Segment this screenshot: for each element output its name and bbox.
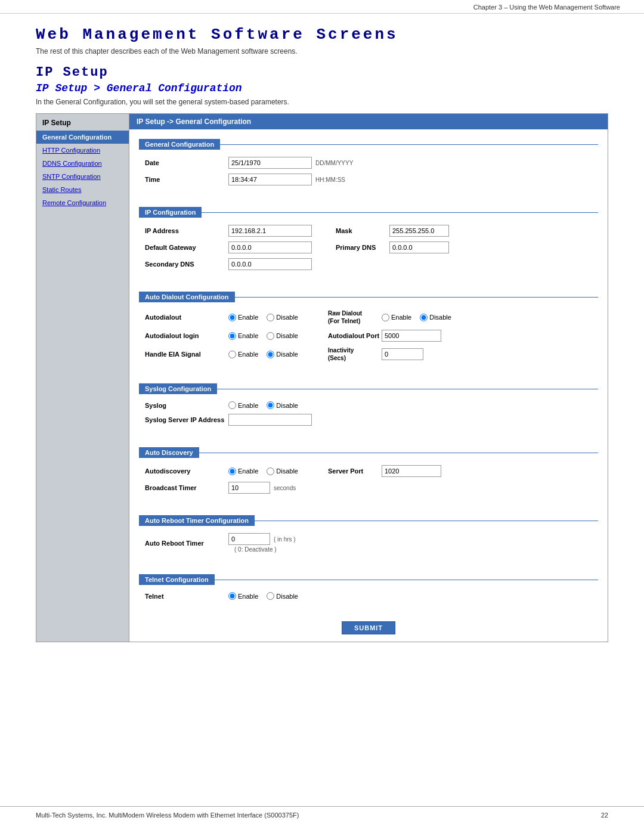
autodialout-radio-group: Enable Disable — [228, 314, 304, 321]
handle-eia-disable-label[interactable]: Disable — [267, 351, 298, 358]
raw-dialout-disable-label[interactable]: Disable — [420, 314, 451, 321]
inactivity-field: Inactivity(Secs) — [328, 346, 423, 362]
syslog-server-ip-input[interactable] — [228, 414, 312, 426]
autodialout-login-radio-group: Enable Disable — [228, 332, 304, 340]
syslog-server-ip-label: Syslog Server IP Address — [145, 416, 228, 423]
default-gateway-label: Default Gateway — [145, 244, 228, 251]
syslog-section: Syslog Configuration Syslog Enable Disab… — [129, 374, 608, 438]
autodialout-login-disable-label[interactable]: Disable — [267, 332, 298, 340]
telnet-form: Telnet Enable Disable — [139, 589, 598, 609]
autodialout-disable-radio[interactable] — [267, 314, 274, 321]
autodiscovery-disable-label[interactable]: Disable — [267, 467, 298, 475]
syslog-row: Syslog Enable Disable — [139, 401, 598, 409]
auto-reboot-form: Auto Reboot Timer ( in hrs ) ( 0: Deacti… — [139, 529, 598, 562]
syslog-label: Syslog — [145, 402, 228, 409]
telnet-row: Telnet Enable Disable — [139, 592, 598, 600]
inactivity-input[interactable] — [382, 348, 423, 360]
autodiscovery-enable-label[interactable]: Enable — [228, 467, 258, 475]
time-input[interactable] — [228, 174, 312, 185]
telnet-config-label: Telnet Configuration — [139, 574, 215, 585]
raw-dialout-field: Raw Dialout(For Telnet) Enable Disable — [328, 309, 457, 325]
mask-field: Mask — [336, 225, 449, 237]
telnet-enable-label[interactable]: Enable — [228, 592, 258, 600]
auto-discovery-label: Auto Discovery — [139, 447, 199, 458]
time-hint: HH:MM:SS — [315, 176, 345, 183]
autodialout-enable-radio[interactable] — [228, 314, 236, 321]
telnet-label: Telnet — [145, 593, 228, 600]
page-content: Web Management Software Screens The rest… — [0, 14, 644, 666]
sidebar-item-http-configuration[interactable]: HTTP Configuration — [36, 144, 129, 157]
auto-reboot-rule — [255, 521, 598, 521]
autodialout-port-input[interactable] — [382, 330, 441, 342]
autodialout-login-label: Autodialout login — [145, 332, 228, 339]
telnet-disable-label[interactable]: Disable — [267, 592, 298, 600]
submit-button[interactable]: SUBMIT — [342, 621, 395, 634]
raw-dialout-enable-label[interactable]: Enable — [382, 314, 411, 321]
telnet-radio-group: Enable Disable — [228, 592, 304, 600]
telnet-config-rule — [215, 580, 598, 580]
auto-reboot-timer-label: Auto Reboot Timer — [145, 540, 228, 547]
handle-eia-disable-radio[interactable] — [267, 351, 274, 358]
sidebar-item-general-configuration[interactable]: General Configuration — [36, 131, 129, 144]
autodiscovery-radio-group: Enable Disable — [228, 467, 304, 475]
raw-dialout-enable-radio[interactable] — [382, 314, 389, 321]
main-subtitle: The rest of this chapter describes each … — [36, 47, 608, 55]
autodialout-label: Autodialout — [145, 314, 228, 321]
broadcast-timer-input[interactable] — [228, 482, 270, 494]
sidebar-item-static-routes[interactable]: Static Routes — [36, 183, 129, 196]
submit-row: SUBMIT — [129, 612, 608, 642]
syslog-radio-group: Enable Disable — [228, 401, 304, 409]
handle-eia-enable-label[interactable]: Enable — [228, 351, 258, 358]
general-config-label: General Configuration — [139, 139, 220, 150]
date-input[interactable] — [228, 157, 312, 169]
autodialout-login-disable-radio[interactable] — [267, 332, 274, 340]
syslog-enable-radio[interactable] — [228, 401, 236, 409]
time-row: Time HH:MM:SS — [139, 174, 598, 185]
autodialout-login-enable-label[interactable]: Enable — [228, 332, 258, 340]
autodialout-login-enable-radio[interactable] — [228, 332, 236, 340]
date-row: Date DD/MM/YYYY — [139, 157, 598, 169]
default-gateway-input[interactable] — [228, 241, 312, 253]
auto-reboot-deactivate-hint: ( 0: Deactivate ) — [234, 546, 296, 553]
secondary-dns-input[interactable] — [228, 258, 312, 270]
autodiscovery-disable-radio[interactable] — [267, 467, 274, 475]
autodialout-row: Autodialout Enable Disable Raw Dialout(F… — [139, 309, 598, 325]
handle-eia-row: Handle EIA Signal Enable Disable Inactiv… — [139, 346, 598, 362]
syslog-server-ip-row: Syslog Server IP Address — [139, 414, 598, 426]
handle-eia-enable-radio[interactable] — [228, 351, 236, 358]
syslog-disable-label[interactable]: Disable — [267, 401, 298, 409]
auto-reboot-section: Auto Reboot Timer Configuration Auto Reb… — [129, 506, 608, 565]
server-port-input[interactable] — [382, 465, 441, 477]
auto-dialout-label: Auto Dialout Configuration — [139, 292, 235, 302]
autodialout-disable-label[interactable]: Disable — [267, 314, 298, 321]
auto-reboot-timer-input[interactable] — [228, 533, 270, 545]
ip-address-row: IP Address Mask — [139, 225, 598, 237]
primary-dns-field: Primary DNS — [336, 241, 449, 253]
ip-config-form: IP Address Mask Default Gateway Primary … — [139, 221, 598, 280]
server-port-field: Server Port — [328, 465, 441, 477]
auto-discovery-rule — [199, 453, 598, 453]
mask-input[interactable] — [389, 225, 449, 237]
ip-address-label: IP Address — [145, 227, 228, 234]
autodialout-enable-label[interactable]: Enable — [228, 314, 258, 321]
raw-dialout-radio-group: Enable Disable — [382, 314, 457, 321]
secondary-dns-row: Secondary DNS — [139, 258, 598, 270]
inactivity-label: Inactivity(Secs) — [328, 346, 382, 362]
telnet-disable-radio[interactable] — [267, 592, 274, 600]
autodiscovery-enable-radio[interactable] — [228, 467, 236, 475]
syslog-disable-radio[interactable] — [267, 401, 274, 409]
sidebar-item-sntp-configuration[interactable]: SNTP Configuration — [36, 170, 129, 183]
secondary-dns-label: Secondary DNS — [145, 261, 228, 268]
primary-dns-input[interactable] — [389, 241, 449, 253]
telnet-enable-radio[interactable] — [228, 592, 236, 600]
broadcast-timer-hint: seconds — [274, 485, 296, 491]
main-panel: IP Setup -> General Configuration Genera… — [129, 114, 608, 642]
auto-reboot-timer-group: ( in hrs ) ( 0: Deactivate ) — [228, 533, 296, 553]
telnet-section: Telnet Configuration Telnet Enable Disab… — [129, 565, 608, 612]
syslog-enable-label[interactable]: Enable — [228, 401, 258, 409]
autodialout-port-field: Autodialout Port — [328, 330, 441, 342]
sidebar-item-ddns-configuration[interactable]: DDNS Configuration — [36, 157, 129, 170]
ip-address-input[interactable] — [228, 225, 312, 237]
raw-dialout-disable-radio[interactable] — [420, 314, 428, 321]
sidebar-item-remote-configuration[interactable]: Remote Configuration — [36, 196, 129, 209]
